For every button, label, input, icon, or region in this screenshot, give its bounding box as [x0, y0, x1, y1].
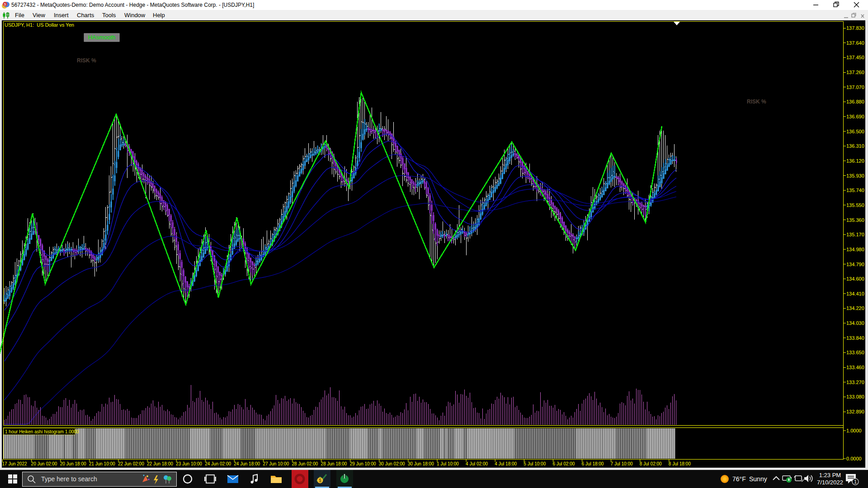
svg-text:135.360: 135.360 — [846, 217, 864, 223]
svg-text:133.270: 133.270 — [846, 380, 864, 385]
svg-text:1 Jul 10:00: 1 Jul 10:00 — [437, 461, 459, 466]
svg-text:29 Jun 10:00: 29 Jun 10:00 — [350, 461, 376, 466]
svg-text:22 Jun 18:00: 22 Jun 18:00 — [147, 461, 173, 466]
svg-text:135.550: 135.550 — [846, 202, 864, 208]
svg-text:137.450: 137.450 — [846, 55, 864, 60]
svg-text:134.980: 134.980 — [846, 247, 864, 252]
svg-text:$: $ — [319, 478, 321, 483]
svg-text:134.220: 134.220 — [846, 305, 864, 311]
svg-text:7 Jul 10:00: 7 Jul 10:00 — [611, 461, 633, 466]
svg-text:6 Jul 02:00: 6 Jul 02:00 — [552, 461, 575, 466]
svg-text:28 Jun 18:00: 28 Jun 18:00 — [321, 461, 347, 466]
svg-text:134.030: 134.030 — [846, 320, 864, 326]
svg-text:133.840: 133.840 — [846, 335, 864, 341]
svg-text:0.0000: 0.0000 — [846, 456, 862, 461]
svg-text:1.0000: 1.0000 — [846, 428, 862, 433]
svg-text:RISK %: RISK % — [77, 57, 96, 64]
svg-text:136.500: 136.500 — [846, 129, 864, 134]
svg-text:135.740: 135.740 — [846, 188, 864, 193]
svg-text:1: 1 — [854, 479, 857, 484]
svg-text:RISK %: RISK % — [747, 99, 766, 105]
svg-text:24 Jun 18:00: 24 Jun 18:00 — [234, 461, 260, 466]
svg-text:133.460: 133.460 — [846, 365, 864, 370]
svg-text:21 Jun 10:00: 21 Jun 10:00 — [89, 461, 115, 466]
svg-text:137.640: 137.640 — [846, 40, 864, 46]
svg-text:136.690: 136.690 — [846, 114, 864, 119]
svg-text:132.890: 132.890 — [846, 409, 864, 414]
svg-text:134.600: 134.600 — [846, 276, 864, 282]
svg-text:136.880: 136.880 — [846, 99, 864, 104]
svg-text:134.790: 134.790 — [846, 262, 864, 267]
svg-text:4 Jul 18:00: 4 Jul 18:00 — [495, 461, 517, 466]
svg-text:23 Jun 10:00: 23 Jun 10:00 — [176, 461, 202, 466]
svg-text:20 Jun 02:00: 20 Jun 02:00 — [31, 461, 57, 466]
svg-text:5: 5 — [4, 2, 6, 6]
svg-text:4 Jul 02:00: 4 Jul 02:00 — [466, 461, 488, 466]
svg-text:17 Jun 2022: 17 Jun 2022 — [2, 461, 27, 466]
svg-text:30 Jun 18:00: 30 Jun 18:00 — [408, 461, 434, 466]
svg-text:5 Jul 10:00: 5 Jul 10:00 — [524, 461, 546, 466]
svg-text:8 Jul 02:00: 8 Jul 02:00 — [640, 461, 662, 466]
svg-text:22 Jun 02:00: 22 Jun 02:00 — [118, 461, 144, 466]
svg-text:133.080: 133.080 — [846, 394, 864, 399]
svg-text:137.260: 137.260 — [846, 70, 864, 75]
svg-text:28 Jun 02:00: 28 Jun 02:00 — [292, 461, 318, 466]
svg-text:8 Jul 18:00: 8 Jul 18:00 — [669, 461, 691, 466]
svg-text:HAsmooth: HAsmooth — [88, 34, 116, 41]
svg-text:1 hour Heiken ashi histogram 1: 1 hour Heiken ashi histogram 1.0000 — [5, 429, 79, 434]
svg-text:137.070: 137.070 — [846, 84, 864, 90]
svg-text:136.120: 136.120 — [846, 158, 864, 164]
svg-text:6 Jul 18:00: 6 Jul 18:00 — [582, 461, 604, 466]
svg-text:27 Jun 10:00: 27 Jun 10:00 — [263, 461, 289, 466]
svg-text:24 Jun 02:00: 24 Jun 02:00 — [205, 461, 231, 466]
svg-text:137.830: 137.830 — [846, 25, 864, 31]
svg-text:USDJPY, H1: US Dollar vs Yen: USDJPY, H1: US Dollar vs Yen — [5, 22, 74, 28]
svg-text:133.650: 133.650 — [846, 350, 864, 355]
svg-text:20 Jun 18:00: 20 Jun 18:00 — [60, 461, 86, 466]
svg-text:30 Jun 02:00: 30 Jun 02:00 — [379, 461, 405, 466]
svg-text:135.170: 135.170 — [846, 232, 864, 237]
svg-text:134.410: 134.410 — [846, 291, 864, 296]
svg-text:135.930: 135.930 — [846, 173, 864, 178]
svg-text:136.310: 136.310 — [846, 143, 864, 149]
